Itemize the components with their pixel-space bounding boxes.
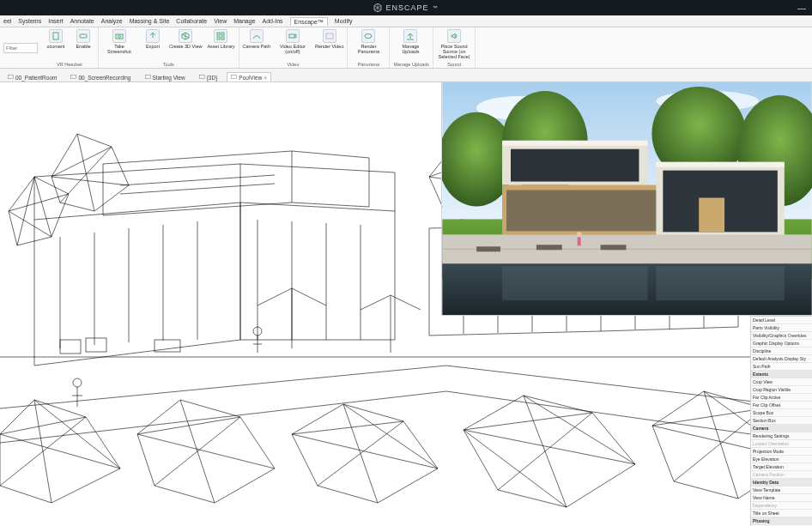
svg-rect-29 — [60, 340, 81, 354]
viewport-workspace: Detail LevelParts VisibilityVisibility/G… — [0, 82, 812, 526]
ribbon-item-label: Create 3D View — [169, 44, 202, 49]
camera-icon — [112, 29, 126, 43]
ribbon-render-panorama-button[interactable]: Render Panorama — [351, 29, 385, 54]
document-tabs: 00_PatientRoom00_ScreenRecordingStarting… — [0, 69, 812, 82]
svg-rect-65 — [476, 246, 500, 251]
prop-identity-data: Identity Data — [751, 479, 812, 487]
prop-visibility-graphics-overrides[interactable]: Visibility/Graphics Overrides — [751, 332, 812, 340]
ribbon-enable-button[interactable]: Enable — [72, 29, 94, 49]
path-icon — [250, 29, 264, 43]
ribbon-take-screenshot-button[interactable]: Take Screenshot — [102, 29, 136, 54]
prop-sun-path[interactable]: Sun Path — [751, 363, 812, 371]
prop-detail-level[interactable]: Detail Level — [751, 317, 812, 324]
ribbon-group-video: Camera PathVideo Editor (on/off)Render V… — [239, 27, 348, 68]
ribbon-group-label: Sound — [437, 62, 471, 67]
prop-target-elevation[interactable]: Target Elevation — [751, 463, 812, 471]
prop-eye-elevation[interactable]: Eye Elevation — [751, 456, 812, 463]
menu-item-insert[interactable]: Insert — [48, 18, 64, 24]
ribbon-render-video-button[interactable]: Render Video — [315, 29, 344, 49]
window-controls: — — [797, 3, 807, 13]
title-bar: ENSCAPE™ — — [0, 0, 812, 15]
doc-tab-00-screenrecording[interactable]: 00_ScreenRecording — [66, 72, 135, 82]
ribbon-camera-path-button[interactable]: Camera Path — [243, 29, 270, 49]
doc-tab-00-patientroom[interactable]: 00_PatientRoom — [3, 72, 61, 82]
prop-far-clip-active[interactable]: Far Clip Active — [751, 394, 812, 402]
prop-scope-box[interactable]: Scope Box — [751, 409, 812, 417]
ribbon-group-tools: Take ScreenshotExportCreate 3D ViewAsset… — [99, 27, 239, 68]
svg-rect-66 — [536, 245, 562, 250]
prop-far-clip-offset[interactable]: Far Clip Offset — [751, 402, 812, 409]
menu-item-analyze[interactable]: Analyze — [101, 18, 123, 24]
doc-tab-starting-view[interactable]: Starting View — [141, 72, 190, 82]
ribbon-item-label: Asset Library — [207, 44, 234, 49]
svg-rect-7 — [221, 37, 224, 39]
filter-field-wrap — [0, 27, 41, 68]
menu-item-modify[interactable]: Modify — [335, 18, 353, 24]
render-viewport[interactable] — [441, 82, 812, 316]
menu-item-eel[interactable]: eel — [3, 18, 11, 24]
svg-rect-30 — [86, 338, 106, 352]
ribbon-video-editor-on-off--button[interactable]: Video Editor (on/off) — [276, 29, 310, 54]
svg-point-3 — [118, 35, 121, 38]
ribbon-item-label: ocument — [46, 44, 64, 49]
prop-section-box[interactable]: Section Box — [751, 417, 812, 425]
rendered-image — [442, 82, 812, 315]
svg-rect-70 — [502, 266, 647, 300]
ribbon-export-button[interactable]: Export — [142, 29, 164, 49]
ribbon-item-label: Video Editor (on/off) — [276, 44, 310, 54]
prop-default-analysis-display-sty[interactable]: Default Analysis Display Sty — [751, 355, 812, 363]
svg-rect-8 — [289, 34, 294, 38]
prop-discipline[interactable]: Discipline — [751, 348, 812, 355]
ribbon-create-3d-view-button[interactable]: Create 3D View — [169, 29, 202, 49]
ribbon-asset-library-button[interactable]: Asset Library — [207, 29, 234, 49]
svg-rect-15 — [199, 75, 204, 78]
svg-rect-16 — [232, 75, 237, 78]
menu-item-view[interactable]: View — [214, 18, 227, 24]
properties-panel[interactable]: Detail LevelParts VisibilityVisibility/G… — [750, 316, 812, 526]
prop-projection-mode[interactable]: Projection Mode — [751, 448, 812, 456]
prop-crop-view[interactable]: Crop View — [751, 378, 812, 386]
svg-rect-1 — [80, 34, 87, 38]
prop-crop-region-visible[interactable]: Crop Region Visible — [751, 386, 812, 394]
prop-view-name[interactable]: View Name — [751, 494, 812, 502]
doc-tab--3d-[interactable]: {3D} — [195, 72, 222, 82]
doc-tab-poolview[interactable]: PoolView× — [227, 72, 271, 82]
prop-graphic-display-options[interactable]: Graphic Display Options — [751, 340, 812, 348]
svg-rect-69 — [578, 237, 581, 245]
ribbon-manage-uploads-button[interactable]: Manage Uploads — [393, 29, 427, 54]
prop-view-template[interactable]: View Template — [751, 487, 812, 494]
prop-rendering-settings[interactable]: Rendering Settings — [751, 432, 812, 440]
tab-label: Starting View — [153, 75, 185, 81]
ribbon-group-sound: Place Sound Source (on Selected Face)Sou… — [433, 27, 476, 68]
ribbon-item-label: Render Panorama — [351, 44, 385, 54]
app-title: ENSCAPE — [385, 3, 428, 12]
ribbon-item-label: Render Video — [315, 44, 344, 49]
menu-item-massing-site[interactable]: Massing & Site — [130, 18, 170, 24]
minimize-button[interactable]: — — [797, 3, 807, 13]
ribbon-group-label: Video — [243, 62, 344, 67]
ribbon-place-sound-source-on-selected-face--button[interactable]: Place Sound Source (on Selected Face) — [437, 29, 471, 59]
close-tab-icon[interactable]: × — [264, 75, 267, 81]
menu-item-collaborate[interactable]: Collaborate — [176, 18, 207, 24]
menu-item-add-ins[interactable]: Add-Ins — [262, 18, 282, 24]
ribbon-item-label: Place Sound Source (on Selected Face) — [437, 44, 471, 59]
menu-bar: eelSystemsInsertAnnotateAnalyzeMassing &… — [0, 15, 812, 27]
menu-item-systems[interactable]: Systems — [18, 18, 41, 24]
ribbon-item-label: Manage Uploads — [393, 44, 427, 54]
prop-parts-visibility[interactable]: Parts Visibility — [751, 324, 812, 332]
filter-input[interactable] — [3, 43, 38, 53]
video-icon — [286, 29, 300, 43]
view3d-icon — [179, 29, 192, 43]
menu-item-enscape-[interactable]: Enscape™ — [290, 17, 328, 26]
svg-rect-6 — [217, 37, 220, 39]
prop-locked-orientation: Locked Orientation — [751, 440, 812, 448]
svg-rect-71 — [656, 266, 784, 300]
menu-item-manage[interactable]: Manage — [233, 18, 255, 24]
ribbon-ocument-button[interactable]: ocument — [45, 29, 67, 49]
prop-camera-position: Camera Position — [751, 471, 812, 479]
svg-rect-14 — [145, 75, 150, 78]
svg-rect-9 — [326, 33, 333, 39]
prop-title-on-sheet[interactable]: Title on Sheet — [751, 510, 812, 517]
menu-item-annotate[interactable]: Annotate — [70, 18, 94, 24]
svg-line-28 — [120, 184, 275, 194]
